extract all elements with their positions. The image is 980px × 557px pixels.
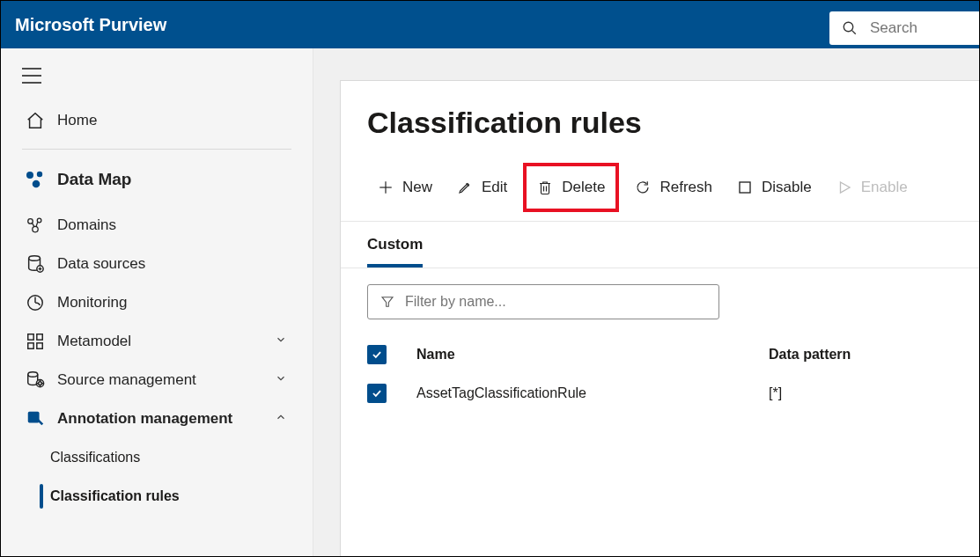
enable-icon <box>836 180 852 195</box>
svg-line-12 <box>36 222 38 227</box>
sidebar-label-monitoring: Monitoring <box>57 294 291 311</box>
sidebar-label-domains: Domains <box>57 216 291 234</box>
sidebar-item-data-sources[interactable]: Data sources <box>1 245 313 283</box>
disable-label: Disable <box>762 179 812 196</box>
edit-label: Edit <box>482 179 507 196</box>
sidebar-item-metamodel[interactable]: Metamodel <box>1 322 313 361</box>
delete-label: Delete <box>562 179 605 196</box>
page-title: Classification rules <box>367 106 979 140</box>
home-icon <box>26 111 45 130</box>
svg-point-5 <box>26 172 33 179</box>
disable-icon <box>737 180 753 195</box>
metamodel-icon <box>26 332 45 351</box>
sidebar-label-metamodel: Metamodel <box>57 333 270 350</box>
sidebar-label-annotation-management: Annotation management <box>57 410 270 428</box>
svg-point-22 <box>28 372 38 377</box>
sidebar-sublabel-classification-rules: Classification rules <box>50 488 180 504</box>
refresh-icon <box>635 180 651 195</box>
filter-input-wrapper[interactable] <box>367 284 719 319</box>
new-label: New <box>402 179 432 196</box>
svg-line-11 <box>32 223 34 227</box>
svg-rect-25 <box>28 412 40 423</box>
toolbar: New Edit Delete Refresh <box>341 163 979 222</box>
refresh-label: Refresh <box>659 179 712 196</box>
sidebar-label-data-sources: Data sources <box>57 255 291 273</box>
row-pattern: [*] <box>769 385 782 401</box>
search-box[interactable] <box>829 11 979 45</box>
sidebar-label-source-management: Source management <box>57 371 270 389</box>
monitoring-icon <box>26 293 45 312</box>
checkmark-icon <box>371 387 383 399</box>
svg-rect-21 <box>37 343 42 348</box>
chevron-up-icon <box>270 410 291 428</box>
content-area: Classification rules New Edit Delete <box>313 48 979 556</box>
trash-icon <box>537 179 553 196</box>
source-management-icon <box>26 370 45 390</box>
sidebar-sublabel-classifications: Classifications <box>50 450 140 465</box>
plus-icon <box>378 180 394 195</box>
domains-icon <box>26 216 45 235</box>
refresh-button[interactable]: Refresh <box>624 170 723 205</box>
chevron-down-icon <box>270 371 291 389</box>
hamburger-icon <box>22 68 41 84</box>
svg-point-13 <box>29 256 41 261</box>
svg-marker-31 <box>840 182 850 193</box>
sidebar-item-annotation-management[interactable]: Annotation management <box>1 399 313 438</box>
chevron-down-icon <box>270 333 291 350</box>
sidebar-label-datamap: Data Map <box>57 170 291 189</box>
row-name: AssetTagClassificationRule <box>416 385 769 401</box>
svg-marker-32 <box>382 297 393 307</box>
enable-label: Enable <box>861 179 908 196</box>
row-checkbox[interactable] <box>367 384 387 403</box>
header-pattern: Data pattern <box>769 347 851 363</box>
svg-point-0 <box>844 22 853 32</box>
svg-rect-20 <box>28 343 33 348</box>
sidebar: Home Data Map Domains Data sources Monit… <box>1 48 313 556</box>
edit-button[interactable]: Edit <box>446 170 518 205</box>
delete-button[interactable]: Delete <box>527 166 615 209</box>
header-name: Name <box>416 347 769 363</box>
disable-button[interactable]: Disable <box>726 170 822 205</box>
filter-icon <box>380 295 394 309</box>
brand-label: Microsoft Purview <box>15 15 166 35</box>
menu-toggle[interactable] <box>1 48 313 99</box>
sidebar-item-source-management[interactable]: Source management <box>1 361 313 399</box>
table-header: Name Data pattern <box>367 335 979 374</box>
top-bar: Microsoft Purview <box>1 1 979 48</box>
tab-custom[interactable]: Custom <box>367 236 423 268</box>
sidebar-section-datamap[interactable]: Data Map <box>1 158 313 201</box>
sidebar-item-domains[interactable]: Domains <box>1 206 313 245</box>
edit-icon <box>457 180 473 195</box>
svg-point-10 <box>33 226 38 231</box>
svg-rect-18 <box>28 334 33 340</box>
sidebar-divider <box>22 149 291 150</box>
svg-rect-19 <box>37 334 42 340</box>
search-icon <box>842 20 858 36</box>
delete-highlight: Delete <box>523 163 619 212</box>
svg-point-9 <box>37 218 41 223</box>
svg-rect-30 <box>740 182 750 193</box>
search-input[interactable] <box>868 18 965 38</box>
sidebar-item-monitoring[interactable]: Monitoring <box>1 283 313 322</box>
sidebar-label-home: Home <box>57 112 291 129</box>
data-sources-icon <box>26 254 45 274</box>
datamap-icon <box>25 169 46 190</box>
enable-button[interactable]: Enable <box>826 170 918 205</box>
sidebar-item-home[interactable]: Home <box>1 99 313 142</box>
filter-input[interactable] <box>403 293 706 311</box>
svg-point-6 <box>37 172 42 177</box>
results-table: Name Data pattern AssetTagClassification… <box>367 335 979 413</box>
select-all-checkbox[interactable] <box>367 345 387 364</box>
svg-line-1 <box>852 31 856 34</box>
sidebar-subitem-classifications[interactable]: Classifications <box>1 438 313 477</box>
table-row[interactable]: AssetTagClassificationRule [*] <box>367 374 979 413</box>
tab-bar: Custom <box>341 222 979 268</box>
checkmark-icon <box>371 348 383 361</box>
new-button[interactable]: New <box>367 170 443 205</box>
filter-row <box>341 268 979 319</box>
svg-point-7 <box>33 180 41 188</box>
sidebar-subitem-classification-rules[interactable]: Classification rules <box>1 477 313 516</box>
annotation-management-icon <box>26 409 45 429</box>
